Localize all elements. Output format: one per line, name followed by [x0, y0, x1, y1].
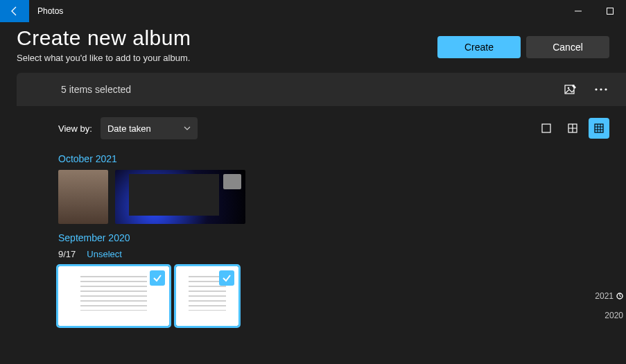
svg-point-4 — [600, 88, 602, 90]
timeline-year[interactable]: 2021 — [595, 291, 623, 301]
photo-thumbnail[interactable] — [115, 170, 245, 224]
photo-thumbnail[interactable] — [176, 266, 238, 326]
image-icon — [564, 83, 577, 96]
view-toolbar: View by: Date taken — [17, 106, 626, 139]
layout-small-button[interactable] — [589, 118, 609, 139]
viewby-dropdown[interactable]: Date taken — [101, 117, 198, 139]
svg-point-3 — [595, 88, 597, 90]
selected-check-icon — [219, 270, 234, 286]
minimize-button[interactable] — [562, 0, 594, 22]
title-bar: Photos — [0, 0, 626, 22]
image-edit-button[interactable] — [562, 81, 579, 98]
group-date: 9/17 — [58, 249, 76, 259]
timeline-scrubber[interactable]: 2021 2020 — [595, 291, 623, 320]
page-header: Create new album Select what you'd like … — [0, 22, 626, 63]
selection-count: 5 items selected — [61, 84, 131, 95]
minimize-icon — [575, 8, 582, 15]
back-button[interactable] — [0, 0, 29, 22]
svg-point-2 — [568, 87, 570, 89]
maximize-icon — [607, 8, 614, 15]
svg-rect-0 — [607, 8, 614, 15]
layout-medium-button[interactable] — [562, 118, 583, 139]
selected-check-icon — [150, 270, 165, 286]
group-header[interactable]: September 2020 — [58, 232, 609, 243]
chevron-down-icon — [184, 123, 191, 134]
page-subtitle: Select what you'd like to add to your al… — [17, 53, 437, 63]
timeline-marker-icon — [616, 293, 623, 300]
svg-point-5 — [605, 88, 607, 90]
grid-3x3-icon — [593, 123, 605, 134]
group-header[interactable]: October 2021 — [58, 153, 609, 164]
window-controls — [562, 0, 626, 22]
photo-thumbnail[interactable] — [58, 170, 108, 224]
selection-bar: 5 items selected — [17, 73, 626, 106]
photo-thumbnail[interactable] — [58, 266, 169, 326]
photo-groups: October 2021 September 2020 9/17 Unselec… — [17, 139, 626, 326]
unselect-link[interactable]: Unselect — [87, 249, 122, 259]
more-icon — [594, 87, 608, 92]
svg-rect-6 — [542, 124, 550, 132]
viewby-label: View by: — [58, 123, 92, 134]
square-icon — [541, 123, 552, 134]
app-title: Photos — [37, 6, 63, 16]
svg-rect-8 — [595, 124, 603, 132]
create-button[interactable]: Create — [437, 36, 521, 58]
layout-large-button[interactable] — [536, 118, 557, 139]
more-actions-button[interactable] — [593, 81, 609, 98]
timeline-year[interactable]: 2020 — [605, 311, 623, 320]
arrow-left-icon — [9, 6, 20, 17]
maximize-button[interactable] — [594, 0, 626, 22]
dropdown-value: Date taken — [107, 123, 151, 134]
grid-2x2-icon — [567, 123, 578, 134]
cancel-button[interactable]: Cancel — [526, 36, 609, 58]
page-title: Create new album — [17, 26, 437, 50]
